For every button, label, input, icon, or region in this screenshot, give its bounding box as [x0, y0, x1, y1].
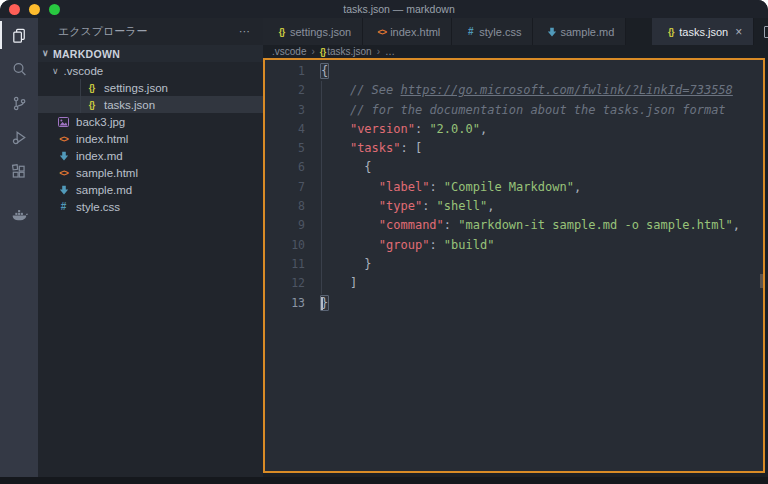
line-number: 7 [265, 178, 305, 197]
comment-link[interactable]: https://go.microsoft.com/fwlink/?LinkId=… [400, 83, 732, 97]
code-token: , [733, 218, 740, 232]
activity-item-run-debug[interactable] [0, 120, 38, 154]
code-line-12[interactable]: 12 ] [265, 274, 763, 293]
activity-item-search[interactable] [0, 52, 38, 86]
breadcrumb[interactable]: .vscode›{}tasks.json›… [263, 45, 768, 58]
image-file-icon [56, 117, 71, 127]
breadcrumb-label: tasks.json [327, 46, 371, 57]
code-token: // for the documentation about the tasks… [350, 103, 726, 117]
tab-label: index.html [390, 26, 440, 38]
activity-item-source-control[interactable] [0, 86, 38, 120]
line-content: "tasks": [ [305, 139, 422, 158]
close-tab-icon[interactable]: × [735, 26, 742, 38]
line-number: 12 [265, 274, 305, 293]
json-file-icon: {} [274, 26, 289, 37]
code-line-8[interactable]: 8 "type": "shell", [265, 197, 763, 216]
code-token: : [429, 180, 443, 194]
tree-indent-guide [80, 96, 81, 113]
tab-style.css[interactable]: #style.css [452, 18, 533, 45]
file-sample.md[interactable]: sample.md [38, 181, 263, 198]
code-line-4[interactable]: 4 "version": "2.0.0", [265, 120, 763, 139]
html-file-icon: <> [56, 168, 71, 178]
json-file-icon: {} [84, 82, 99, 93]
code-line-13[interactable]: 13} [265, 294, 763, 313]
file-tree: ∨.vscode{}settings.json{}tasks.jsonback3… [38, 62, 263, 477]
split-editor-icon[interactable] [764, 26, 768, 38]
code-line-10[interactable]: 10 "group": "build" [265, 236, 763, 255]
code-line-6[interactable]: 6 { [265, 158, 763, 177]
tab-tasks.json[interactable]: {}tasks.json× [652, 18, 754, 45]
sidebar-header: エクスプローラー ⋯ [38, 18, 263, 45]
traffic-lights [9, 4, 60, 15]
tree-item-label: .vscode [64, 65, 104, 77]
file-tasks.json[interactable]: {}tasks.json [38, 96, 263, 113]
minimize-window-button[interactable] [29, 4, 40, 15]
tree-item-label: sample.md [76, 184, 132, 196]
folder-.vscode[interactable]: ∨.vscode [38, 62, 263, 79]
code-line-7[interactable]: 7 "label": "Compile Markdown", [265, 178, 763, 197]
activity-item-docker[interactable] [0, 196, 38, 230]
code-token: : [ [400, 141, 422, 155]
line-number: 2 [265, 81, 305, 100]
code-token: } [364, 257, 371, 271]
chevron-down-icon: ∨ [52, 66, 59, 76]
tab-label: style.css [479, 26, 521, 38]
window-title: tasks.json — markdown [0, 3, 768, 15]
tab-sample.md[interactable]: sample.md [533, 18, 626, 45]
markdown-file-icon [56, 185, 71, 195]
section-header-markdown[interactable]: ∨ MARKDOWN [38, 45, 263, 62]
json-file-icon: {} [320, 46, 325, 57]
breadcrumb-label: … [385, 46, 395, 57]
code-line-1[interactable]: 1{ [265, 62, 763, 81]
code-line-9[interactable]: 9 "command": "markdown-it sample.md -o s… [265, 216, 763, 235]
docker-icon [10, 204, 29, 223]
explorer-more-actions-button[interactable]: ⋯ [239, 25, 251, 38]
code-token: "Compile Markdown" [444, 180, 574, 194]
code-token: "group" [379, 238, 430, 252]
tab-bar: {}settings.json<>index.html#style.csssam… [263, 18, 768, 45]
file-back3.jpg[interactable]: back3.jpg [38, 113, 263, 130]
code-token: "label" [379, 180, 430, 194]
editor-pane[interactable]: 1{2 // See https://go.microsoft.com/fwli… [263, 58, 765, 473]
file-index.md[interactable]: index.md [38, 147, 263, 164]
code-token: : [444, 218, 458, 232]
code-token: "shell" [437, 199, 488, 213]
code-line-5[interactable]: 5 "tasks": [ [265, 139, 763, 158]
breadcrumb-item[interactable]: .vscode [272, 46, 306, 57]
code-line-2[interactable]: 2 // See https://go.microsoft.com/fwlink… [265, 81, 763, 100]
close-window-button[interactable] [9, 4, 20, 15]
tree-item-label: index.html [76, 133, 128, 145]
code-line-3[interactable]: 3 // for the documentation about the tas… [265, 101, 763, 120]
tree-indent-guide [80, 79, 81, 96]
code-token: "type" [379, 199, 422, 213]
line-content: { [305, 158, 372, 177]
line-content: "command": "markdown-it sample.md -o sam… [305, 216, 740, 235]
file-index.html[interactable]: <>index.html [38, 130, 263, 147]
activity-bar [0, 18, 38, 477]
code-token: : [422, 199, 436, 213]
tab-index.html[interactable]: <>index.html [363, 18, 452, 45]
code-token: : [429, 238, 443, 252]
code-token: { [364, 160, 371, 174]
markdown-file-icon [544, 27, 559, 37]
activity-item-extensions[interactable] [0, 154, 38, 188]
file-settings.json[interactable]: {}settings.json [38, 79, 263, 96]
line-number: 8 [265, 197, 305, 216]
file-style.css[interactable]: #style.css [38, 198, 263, 215]
zoom-window-button[interactable] [49, 4, 60, 15]
code-token: "2.0.0" [429, 122, 480, 136]
code-token: "markdown-it sample.md -o sample.html" [458, 218, 733, 232]
source-control-icon [10, 94, 29, 113]
code-line-11[interactable]: 11 } [265, 255, 763, 274]
tab-settings.json[interactable]: {}settings.json [263, 18, 363, 45]
breadcrumb-item[interactable]: {}tasks.json [320, 46, 372, 57]
tabs: {}settings.json<>index.html#style.csssam… [263, 18, 754, 45]
file-sample.html[interactable]: <>sample.html [38, 164, 263, 181]
tree-item-label: settings.json [104, 82, 168, 94]
code-token: , [480, 122, 487, 136]
run-debug-icon [10, 128, 29, 147]
line-number: 3 [265, 101, 305, 120]
activity-item-explorer[interactable] [0, 18, 38, 52]
breadcrumb-item[interactable]: … [385, 46, 395, 57]
line-content: "group": "build" [305, 236, 494, 255]
